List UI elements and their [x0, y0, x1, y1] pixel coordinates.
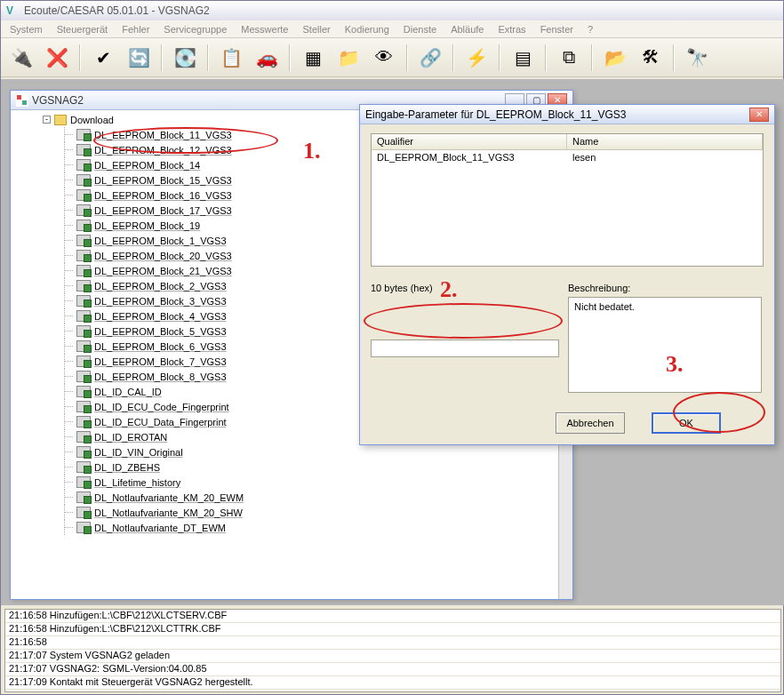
tree-item-label: DL_EEPROM_Block_8_VGS3: [94, 371, 227, 382]
hex-input[interactable]: [371, 340, 559, 357]
download-node-icon: [76, 220, 91, 231]
dialog-close-button[interactable]: ✕: [749, 108, 769, 122]
menu-fenster[interactable]: Fenster: [535, 22, 579, 36]
tb-grid-icon[interactable]: ▦: [298, 43, 328, 73]
download-node-icon: [76, 295, 91, 307]
ok-button[interactable]: OK: [652, 412, 721, 434]
tree-item-label: DL_EEPROM_Block_2_VGS3: [94, 281, 227, 292]
tree-item[interactable]: DL_ID_ZBEHS: [59, 459, 560, 475]
menu-ablaeufe[interactable]: Abläufe: [445, 22, 489, 36]
tb-binoculars-icon[interactable]: 🔭: [682, 43, 712, 73]
tree-item[interactable]: DL_Notlaufvariante_DT_EWM: [59, 520, 560, 535]
download-node-icon: [76, 280, 91, 292]
tb-separator: [406, 44, 408, 71]
log-panel[interactable]: 21:16:58 Hinzufügen:L:\CBF\212\XLCTSERV.…: [4, 609, 781, 692]
tree-item-label: DL_EEPROM_Block_16_VGS3: [94, 190, 232, 201]
download-node-icon: [76, 340, 91, 352]
row-qualifier: DL_EEPROM_Block_11_VGS3: [372, 152, 567, 163]
tb-separator: [591, 44, 593, 71]
tree-item-label: DL_EEPROM_Block_14: [94, 160, 200, 171]
tree-item-label: DL_EEPROM_Block_20_VGS3: [94, 251, 232, 261]
menu-fehler[interactable]: Fehler: [116, 22, 155, 36]
tree-item[interactable]: DL_Notlaufvariante_KM_20_SHW: [59, 505, 560, 520]
download-node-icon: [76, 250, 91, 261]
dialog-titlebar[interactable]: Eingabe-Parameter für DL_EEPROM_Block_11…: [360, 105, 774, 124]
col-qualifier[interactable]: Qualifier: [372, 134, 567, 149]
tb-ecu-icon[interactable]: 💽: [170, 43, 200, 73]
tree-item[interactable]: DL_ID_VIN_Original: [59, 444, 560, 459]
log-line: 21:17:07 VGSNAG2: SGML-Version:04.00.85: [5, 663, 780, 676]
tree-item-label: DL_EEPROM_Block_7_VGS3: [94, 356, 227, 367]
tb-separator: [499, 44, 500, 71]
tree-item-label: DL_Notlaufvariante_DT_EWM: [94, 523, 226, 533]
tb-table-icon[interactable]: ▤: [508, 43, 538, 73]
tb-disconnect-icon[interactable]: ❌: [42, 43, 72, 73]
tree-item-label: DL_ID_EROTAN: [94, 432, 167, 443]
download-node-icon: [76, 174, 91, 186]
tb-eye-icon[interactable]: 👁: [369, 43, 399, 73]
tb-filter-icon[interactable]: ⧉: [554, 43, 584, 73]
tree-item[interactable]: DL_Notlaufvariante_KM_20_EWM: [59, 490, 560, 505]
tb-check-icon[interactable]: ✔: [88, 43, 118, 73]
menu-bar: System Steuergerät Fehler Servicegruppe …: [1, 20, 783, 38]
tree-collapse-icon[interactable]: -: [43, 116, 51, 124]
menu-extras[interactable]: Extras: [492, 22, 531, 36]
listview-row[interactable]: DL_EEPROM_Block_11_VGS3 lesen: [372, 150, 763, 164]
download-node-icon: [76, 371, 91, 382]
app-icon: V: [6, 4, 19, 17]
tb-faults-icon[interactable]: 📋: [216, 43, 246, 73]
tree-item-label: DL_EEPROM_Block_6_VGS3: [94, 341, 227, 352]
tree-item[interactable]: DL_Lifetime_history: [59, 475, 560, 490]
tb-separator: [207, 44, 209, 71]
tree-item-label: DL_EEPROM_Block_15_VGS3: [94, 175, 232, 186]
dialog-title: Eingabe-Parameter für DL_EEPROM_Block_11…: [365, 108, 626, 121]
description-box: Nicht bedatet.: [568, 297, 762, 393]
download-node-icon: [76, 522, 91, 533]
tree-item-label: DL_Lifetime_history: [94, 477, 180, 488]
mdi-title: VGSNAG2: [32, 94, 84, 107]
parameter-listview[interactable]: Qualifier Name DL_EEPROM_Block_11_VGS3 l…: [371, 133, 764, 267]
log-line: 21:16:58 Hinzufügen:L:\CBF\212\XLCTSERV.…: [5, 610, 780, 623]
download-node-icon: [76, 416, 91, 427]
menu-steuergeraet[interactable]: Steuergerät: [52, 22, 113, 36]
menu-dienste[interactable]: Dienste: [398, 22, 442, 36]
folder-icon: [54, 115, 67, 125]
tree-folder-label: Download: [70, 115, 114, 125]
tb-flash-icon[interactable]: ⚡: [461, 43, 492, 73]
download-node-icon: [76, 491, 91, 503]
download-node-icon: [76, 401, 91, 412]
download-node-icon: [76, 431, 91, 443]
tree-item-label: DL_ID_CAL_ID: [94, 387, 162, 397]
download-node-icon: [76, 310, 91, 322]
tb-folder-out-icon[interactable]: 📂: [600, 43, 630, 73]
tb-folder-cfg-icon[interactable]: 📁: [333, 43, 364, 73]
tb-link-icon[interactable]: 🔗: [415, 43, 445, 73]
tb-separator: [452, 44, 454, 71]
tb-separator: [289, 44, 291, 71]
menu-messwerte[interactable]: Messwerte: [236, 22, 293, 36]
tb-separator: [673, 44, 675, 71]
download-node-icon: [76, 507, 91, 518]
download-node-icon: [76, 355, 91, 367]
cancel-button[interactable]: Abbrechen: [556, 412, 625, 434]
tree-item-label: DL_EEPROM_Block_4_VGS3: [94, 311, 227, 322]
tree-item-label: DL_Notlaufvariante_KM_20_SHW: [94, 507, 243, 518]
menu-servicegruppe[interactable]: Servicegruppe: [158, 22, 232, 36]
tree-item-label: DL_EEPROM_Block_12_VGS3: [94, 145, 232, 156]
log-line: 21:16:58: [5, 636, 780, 650]
download-node-icon: [76, 461, 91, 473]
download-node-icon: [76, 204, 91, 216]
tb-tools-icon[interactable]: 🛠: [636, 43, 666, 73]
menu-help[interactable]: ?: [582, 22, 598, 36]
tb-car-icon[interactable]: 🚗: [252, 43, 282, 73]
menu-kodierung[interactable]: Kodierung: [340, 22, 395, 36]
tb-refresh-icon[interactable]: 🔄: [124, 43, 154, 73]
col-name[interactable]: Name: [567, 134, 763, 149]
tree-item-label: DL_ID_ZBEHS: [94, 462, 160, 473]
menu-steller[interactable]: Steller: [297, 22, 335, 36]
tb-connect-icon[interactable]: 🔌: [6, 43, 36, 73]
tree-item-label: DL_EEPROM_Block_21_VGS3: [94, 266, 232, 276]
tree-item-label: DL_EEPROM_Block_1_VGS3: [94, 236, 227, 246]
input-dialog: Eingabe-Parameter für DL_EEPROM_Block_11…: [359, 104, 775, 445]
menu-system[interactable]: System: [4, 22, 48, 36]
